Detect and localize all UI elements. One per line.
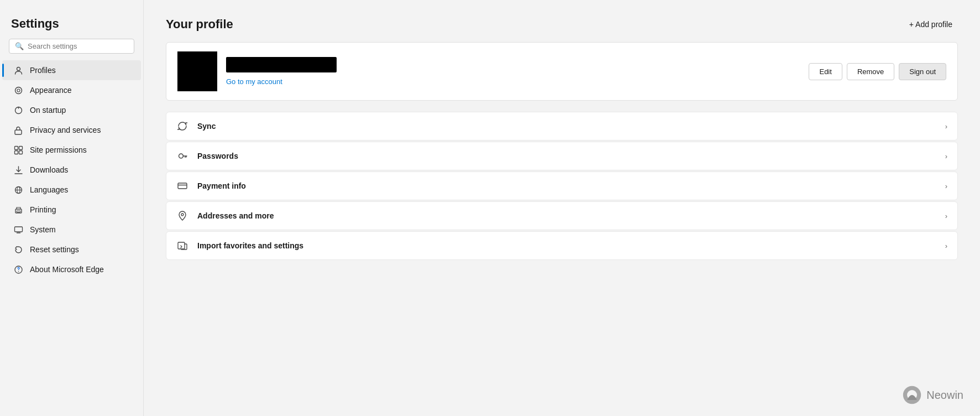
- neowin-watermark: Neowin: [902, 385, 963, 405]
- menu-item-payment[interactable]: Payment info ›: [166, 171, 958, 200]
- chevron-right-icon-5: ›: [945, 242, 947, 250]
- profile-header: Your profile + Add profile: [166, 17, 958, 32]
- neowin-logo-icon: [902, 385, 922, 405]
- profile-info: Go to my account: [226, 57, 800, 86]
- go-to-account-link[interactable]: Go to my account: [226, 77, 282, 86]
- chevron-right-icon-4: ›: [945, 212, 947, 220]
- import-icon: [176, 240, 188, 252]
- profile-actions: Edit Remove Sign out: [809, 63, 946, 80]
- profile-name-redacted: [226, 57, 337, 72]
- svg-rect-21: [178, 183, 187, 189]
- addresses-icon: [176, 210, 188, 222]
- svg-rect-8: [14, 150, 18, 154]
- profile-card: Go to my account Edit Remove Sign out: [166, 42, 958, 101]
- sidebar-item-appearance[interactable]: Appearance: [2, 80, 141, 100]
- search-input[interactable]: [28, 42, 128, 50]
- sign-out-button[interactable]: Sign out: [899, 63, 946, 80]
- svg-rect-15: [17, 211, 20, 212]
- edit-button[interactable]: Edit: [809, 63, 842, 80]
- appearance-icon: [13, 85, 23, 95]
- remove-button[interactable]: Remove: [847, 63, 894, 80]
- system-icon: [13, 225, 23, 235]
- privacy-icon: [13, 125, 23, 135]
- sidebar: Settings 🔍 Profiles Appearance On startu…: [0, 0, 144, 416]
- search-wrapper: 🔍: [0, 39, 143, 60]
- sidebar-item-about[interactable]: About Microsoft Edge: [2, 259, 141, 279]
- sidebar-label-system: System: [30, 225, 56, 234]
- avatar: [177, 51, 217, 91]
- sidebar-nav: Profiles Appearance On startup Privacy a…: [0, 60, 143, 279]
- page-title: Your profile: [166, 17, 233, 32]
- sidebar-label-languages: Languages: [30, 185, 68, 194]
- svg-point-23: [181, 214, 184, 216]
- printing-icon: [13, 205, 23, 215]
- menu-item-addresses[interactable]: Addresses and more ›: [166, 201, 958, 230]
- chevron-right-icon: ›: [945, 122, 947, 131]
- menu-label-passwords: Passwords: [197, 152, 936, 160]
- sidebar-item-printing[interactable]: Printing: [2, 200, 141, 220]
- sidebar-label-privacy: Privacy and services: [30, 126, 101, 134]
- menu-label-sync: Sync: [197, 122, 936, 131]
- svg-point-2: [17, 89, 20, 92]
- sidebar-item-system[interactable]: System: [2, 220, 141, 240]
- passwords-icon: [176, 150, 188, 162]
- svg-rect-9: [19, 150, 22, 154]
- downloads-icon: [13, 165, 23, 175]
- menu-label-addresses: Addresses and more: [197, 211, 936, 220]
- menu-item-sync[interactable]: Sync ›: [166, 112, 958, 141]
- menu-item-import[interactable]: Import favorites and settings ›: [166, 231, 958, 260]
- reset-icon: [13, 245, 23, 254]
- svg-point-0: [17, 67, 20, 70]
- chevron-right-icon-2: ›: [945, 152, 947, 160]
- add-profile-button[interactable]: + Add profile: [904, 17, 958, 32]
- sidebar-item-reset[interactable]: Reset settings: [2, 240, 141, 259]
- svg-point-1: [15, 87, 22, 93]
- svg-point-19: [18, 271, 19, 272]
- menu-label-payment: Payment info: [197, 181, 936, 190]
- sidebar-item-onstartup[interactable]: On startup: [2, 100, 141, 120]
- svg-rect-16: [14, 227, 22, 232]
- search-icon: 🔍: [15, 42, 24, 50]
- chevron-right-icon-3: ›: [945, 182, 947, 190]
- svg-rect-24: [178, 242, 185, 249]
- sidebar-label-profiles: Profiles: [30, 66, 56, 75]
- svg-rect-6: [14, 146, 18, 149]
- profiles-icon: [13, 65, 23, 75]
- svg-rect-7: [19, 146, 22, 149]
- sidebar-label-appearance: Appearance: [30, 86, 72, 95]
- sync-icon: [176, 120, 188, 132]
- payment-icon: [176, 180, 188, 192]
- menu-list: Sync › Passwords › Payment info › Addres…: [166, 112, 958, 260]
- sidebar-item-profiles[interactable]: Profiles: [2, 60, 141, 80]
- sidebar-label-about: About Microsoft Edge: [30, 265, 104, 274]
- sidebar-label-onstartup: On startup: [30, 106, 66, 115]
- settings-title: Settings: [0, 11, 143, 39]
- sidebar-label-downloads: Downloads: [30, 165, 68, 174]
- sidebar-label-reset: Reset settings: [30, 245, 79, 254]
- onstartup-icon: [13, 105, 23, 115]
- languages-icon: [13, 185, 23, 195]
- svg-rect-5: [15, 130, 22, 134]
- sidebar-label-site-permissions: Site permissions: [30, 145, 87, 154]
- about-icon: [13, 264, 23, 274]
- sidebar-item-privacy[interactable]: Privacy and services: [2, 120, 141, 140]
- menu-label-import: Import favorites and settings: [197, 241, 936, 250]
- sidebar-item-site-permissions[interactable]: Site permissions: [2, 140, 141, 160]
- main-content: Your profile + Add profile Go to my acco…: [144, 0, 980, 416]
- sidebar-item-downloads[interactable]: Downloads: [2, 160, 141, 180]
- search-box-container[interactable]: 🔍: [9, 39, 134, 54]
- site-permissions-icon: [13, 145, 23, 155]
- neowin-brand-label: Neowin: [926, 389, 963, 402]
- menu-item-passwords[interactable]: Passwords ›: [166, 142, 958, 170]
- svg-point-20: [179, 154, 184, 158]
- sidebar-label-printing: Printing: [30, 205, 56, 214]
- sidebar-item-languages[interactable]: Languages: [2, 180, 141, 200]
